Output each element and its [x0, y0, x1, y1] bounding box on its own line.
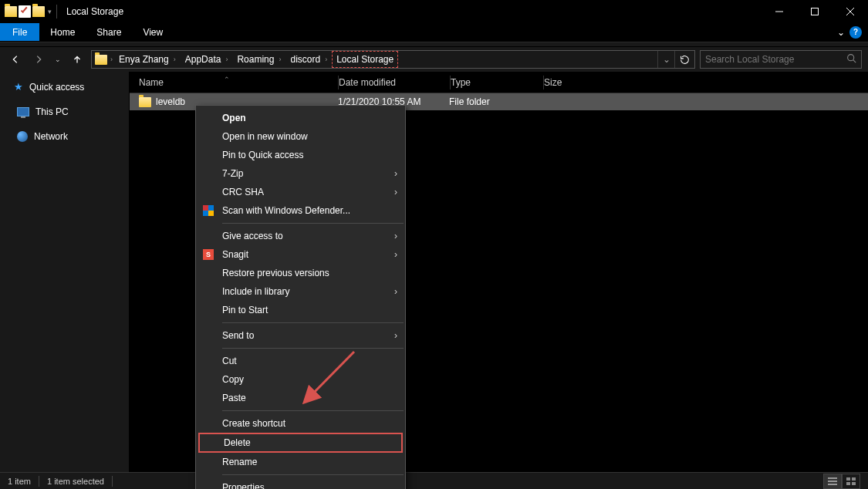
network-icon: [17, 131, 28, 142]
folder-icon: [5, 6, 17, 17]
ctx-rename[interactable]: Rename: [196, 453, 405, 471]
column-date[interactable]: Date modified: [339, 77, 450, 88]
ribbon-expand-icon[interactable]: ⌄: [837, 27, 845, 38]
navigation-pane: ★ Quick access This PC Network: [0, 72, 130, 472]
file-type: File folder: [449, 96, 542, 107]
ctx-pin-quick-access[interactable]: Pin to Quick access: [196, 146, 405, 164]
ctx-open-new-window[interactable]: Open in new window: [196, 127, 405, 146]
chevron-right-icon: ›: [394, 286, 397, 297]
ctx-create-shortcut[interactable]: Create shortcut: [196, 414, 405, 433]
home-tab[interactable]: Home: [39, 23, 86, 41]
address-bar-row: ⌄ › Enya Zhang› AppData› Roaming› discor…: [0, 47, 868, 72]
chevron-right-icon: ›: [394, 330, 397, 341]
snagit-icon: S: [202, 248, 214, 261]
context-menu: Open Open in new window Pin to Quick acc…: [195, 105, 406, 489]
qat-dropdown-icon[interactable]: ▾: [48, 8, 52, 15]
view-tab[interactable]: View: [132, 23, 174, 41]
ribbon-tabs: File Home Share View ⌄ ?: [0, 23, 868, 42]
breadcrumb-item[interactable]: AppData›: [181, 51, 233, 68]
minimize-button[interactable]: [762, 0, 797, 23]
ctx-include-library[interactable]: Include in library›: [196, 282, 405, 301]
sidebar-item-quick-access[interactable]: ★ Quick access: [0, 78, 129, 96]
new-folder-icon[interactable]: [32, 6, 45, 17]
thumbnails-view-button[interactable]: [842, 474, 860, 489]
file-tab[interactable]: File: [0, 23, 39, 41]
ctx-defender[interactable]: Scan with Windows Defender...: [196, 201, 405, 220]
address-history-dropdown[interactable]: ⌄: [657, 51, 674, 68]
ctx-delete[interactable]: Delete: [198, 433, 403, 453]
chevron-right-icon: ›: [394, 249, 397, 260]
breadcrumb-item[interactable]: Enya Zhang›: [114, 51, 181, 68]
properties-icon[interactable]: [19, 5, 31, 18]
back-button[interactable]: [6, 50, 25, 69]
pc-icon: [17, 107, 29, 116]
star-icon: ★: [14, 81, 23, 93]
column-type[interactable]: Type: [451, 77, 543, 88]
folder-icon: [95, 55, 107, 65]
ctx-properties[interactable]: Properties: [196, 478, 405, 489]
ctx-restore-versions[interactable]: Restore previous versions: [196, 264, 405, 282]
sort-indicator-icon: ⌃: [224, 76, 230, 83]
breadcrumb-item[interactable]: discord›: [285, 51, 332, 68]
ctx-7zip[interactable]: 7-Zip›: [196, 164, 405, 183]
ctx-crc-sha[interactable]: CRC SHA›: [196, 183, 405, 201]
share-tab[interactable]: Share: [86, 23, 132, 41]
file-name: leveldb: [156, 96, 185, 107]
svg-rect-1: [812, 8, 819, 15]
search-icon[interactable]: [846, 53, 856, 66]
address-bar[interactable]: › Enya Zhang› AppData› Roaming› discord›…: [91, 50, 695, 69]
status-bar: 1 item 1 item selected: [0, 472, 868, 489]
up-button[interactable]: [68, 50, 86, 69]
sidebar-item-network[interactable]: Network: [0, 128, 129, 145]
shield-icon: [202, 204, 214, 217]
ctx-snagit[interactable]: S Snagit›: [196, 245, 405, 264]
ctx-give-access[interactable]: Give access to›: [196, 227, 405, 245]
refresh-button[interactable]: [674, 51, 694, 68]
maximize-button[interactable]: [797, 0, 833, 23]
details-view-button[interactable]: [823, 474, 842, 489]
forward-button[interactable]: [29, 50, 48, 69]
svg-point-4: [848, 55, 854, 61]
sidebar-item-label: Network: [34, 131, 68, 142]
close-button[interactable]: [833, 0, 868, 23]
ctx-cut[interactable]: Cut: [196, 352, 405, 370]
column-size[interactable]: Size: [544, 77, 606, 88]
help-icon[interactable]: ?: [849, 26, 862, 39]
svg-rect-13: [846, 482, 850, 485]
sidebar-item-label: This PC: [35, 106, 69, 117]
chevron-right-icon: ›: [394, 187, 397, 197]
svg-rect-11: [846, 477, 850, 481]
ctx-pin-start[interactable]: Pin to Start: [196, 301, 405, 319]
ctx-send-to[interactable]: Send to›: [196, 326, 405, 345]
breadcrumb-item-current[interactable]: Local Storage: [332, 51, 398, 68]
chevron-right-icon: ›: [394, 231, 397, 241]
sidebar-item-label: Quick access: [29, 82, 84, 93]
chevron-right-icon[interactable]: ›: [110, 56, 113, 63]
breadcrumb-item[interactable]: Roaming›: [232, 51, 285, 68]
svg-rect-14: [852, 482, 856, 485]
recent-dropdown[interactable]: ⌄: [52, 50, 63, 69]
chevron-right-icon: ›: [394, 168, 397, 179]
status-item-count: 1 item: [8, 477, 31, 486]
search-box[interactable]: [700, 50, 862, 69]
window-title: Local Storage: [66, 6, 123, 17]
search-input[interactable]: [705, 54, 846, 65]
ctx-open[interactable]: Open: [196, 109, 405, 127]
svg-line-5: [853, 60, 856, 62]
column-headers: Name⌃ Date modified Type Size: [130, 72, 868, 93]
status-selected-count: 1 item selected: [47, 477, 104, 486]
ctx-paste[interactable]: Paste: [196, 389, 405, 407]
sidebar-item-this-pc[interactable]: This PC: [0, 103, 129, 120]
svg-rect-12: [852, 477, 856, 481]
title-bar: ▾ Local Storage: [0, 0, 868, 23]
column-name[interactable]: Name⌃: [139, 77, 338, 88]
folder-icon: [139, 97, 151, 107]
ctx-copy[interactable]: Copy: [196, 370, 405, 389]
